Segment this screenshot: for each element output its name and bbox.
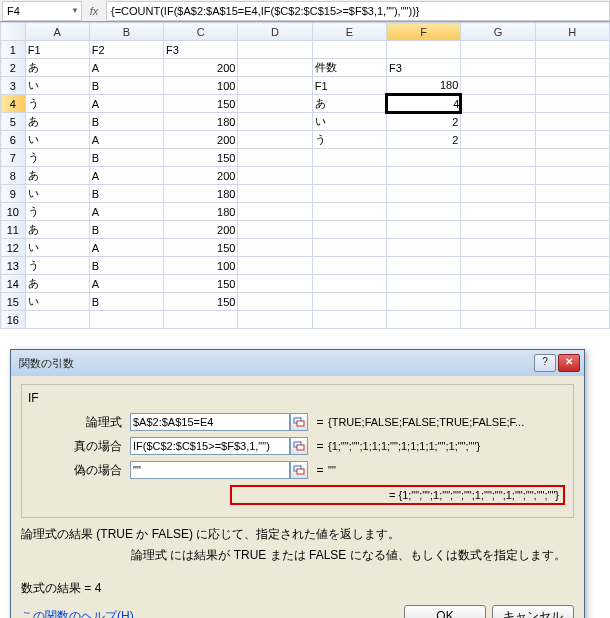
- cell[interactable]: [461, 167, 535, 185]
- cell[interactable]: [238, 257, 312, 275]
- cell[interactable]: [312, 275, 386, 293]
- row-header[interactable]: 7: [1, 149, 26, 167]
- cell[interactable]: い: [25, 77, 89, 95]
- row-header[interactable]: 10: [1, 203, 26, 221]
- cell[interactable]: [312, 149, 386, 167]
- cell[interactable]: [461, 185, 535, 203]
- row-header[interactable]: 13: [1, 257, 26, 275]
- cell[interactable]: 4: [387, 95, 461, 113]
- collapse-dialog-icon[interactable]: [290, 437, 308, 455]
- cell[interactable]: A: [89, 203, 163, 221]
- cell[interactable]: [238, 275, 312, 293]
- cell[interactable]: い: [25, 185, 89, 203]
- cell[interactable]: 200: [164, 167, 238, 185]
- cell[interactable]: B: [89, 149, 163, 167]
- cell[interactable]: [312, 167, 386, 185]
- cell[interactable]: A: [89, 275, 163, 293]
- cell[interactable]: [461, 239, 535, 257]
- cell[interactable]: 180: [164, 185, 238, 203]
- col-header-F[interactable]: F: [387, 23, 461, 41]
- cell[interactable]: [238, 149, 312, 167]
- cell[interactable]: 200: [164, 59, 238, 77]
- cell[interactable]: 2: [387, 113, 461, 131]
- cell[interactable]: あ: [312, 95, 386, 113]
- cell[interactable]: [461, 95, 535, 113]
- cell[interactable]: [535, 203, 609, 221]
- cell[interactable]: [535, 311, 609, 329]
- cell[interactable]: [461, 311, 535, 329]
- cell[interactable]: 2: [387, 131, 461, 149]
- row-header[interactable]: 5: [1, 113, 26, 131]
- cell[interactable]: [238, 239, 312, 257]
- cell[interactable]: 180: [387, 77, 461, 95]
- cell[interactable]: [238, 59, 312, 77]
- cell[interactable]: [461, 221, 535, 239]
- arg-input-1[interactable]: [130, 437, 290, 455]
- cell[interactable]: う: [25, 95, 89, 113]
- row-header[interactable]: 16: [1, 311, 26, 329]
- cell[interactable]: [238, 113, 312, 131]
- row-header[interactable]: 2: [1, 59, 26, 77]
- cell[interactable]: [238, 41, 312, 59]
- cell[interactable]: [89, 311, 163, 329]
- col-header-D[interactable]: D: [238, 23, 312, 41]
- cell[interactable]: [535, 257, 609, 275]
- cell[interactable]: 150: [164, 275, 238, 293]
- cancel-button[interactable]: キャンセル: [492, 605, 574, 618]
- collapse-dialog-icon[interactable]: [290, 413, 308, 431]
- cell[interactable]: [461, 257, 535, 275]
- cell[interactable]: い: [25, 131, 89, 149]
- cell[interactable]: 150: [164, 95, 238, 113]
- cell[interactable]: [535, 59, 609, 77]
- cell[interactable]: う: [25, 149, 89, 167]
- cell[interactable]: [461, 41, 535, 59]
- cell[interactable]: [238, 221, 312, 239]
- cell[interactable]: [535, 113, 609, 131]
- arg-input-0[interactable]: [130, 413, 290, 431]
- cell[interactable]: [535, 221, 609, 239]
- cell[interactable]: 200: [164, 131, 238, 149]
- cell[interactable]: [535, 95, 609, 113]
- cell[interactable]: 150: [164, 239, 238, 257]
- cell[interactable]: あ: [25, 275, 89, 293]
- cell[interactable]: [312, 293, 386, 311]
- cell[interactable]: あ: [25, 221, 89, 239]
- col-header-C[interactable]: C: [164, 23, 238, 41]
- row-header[interactable]: 8: [1, 167, 26, 185]
- cell[interactable]: い: [25, 293, 89, 311]
- cell[interactable]: [387, 41, 461, 59]
- cell[interactable]: [535, 77, 609, 95]
- cell[interactable]: [535, 167, 609, 185]
- row-header[interactable]: 15: [1, 293, 26, 311]
- cell[interactable]: 100: [164, 77, 238, 95]
- collapse-dialog-icon[interactable]: [290, 461, 308, 479]
- row-header[interactable]: 6: [1, 131, 26, 149]
- cell[interactable]: [387, 149, 461, 167]
- cell[interactable]: [25, 311, 89, 329]
- cell[interactable]: [312, 257, 386, 275]
- cell[interactable]: [535, 275, 609, 293]
- cell[interactable]: F1: [312, 77, 386, 95]
- cell[interactable]: 150: [164, 149, 238, 167]
- cell[interactable]: [238, 203, 312, 221]
- cell[interactable]: F1: [25, 41, 89, 59]
- cell[interactable]: [535, 185, 609, 203]
- cell[interactable]: A: [89, 239, 163, 257]
- cell[interactable]: あ: [25, 167, 89, 185]
- spreadsheet-grid[interactable]: ABCDEFGH 1F1F2F32あA200件数F33いB100F11804うA…: [0, 22, 610, 329]
- cell[interactable]: [461, 113, 535, 131]
- cell[interactable]: [238, 293, 312, 311]
- row-header[interactable]: 4: [1, 95, 26, 113]
- cell[interactable]: A: [89, 95, 163, 113]
- cell[interactable]: A: [89, 131, 163, 149]
- row-header[interactable]: 3: [1, 77, 26, 95]
- cell[interactable]: F2: [89, 41, 163, 59]
- row-header[interactable]: 12: [1, 239, 26, 257]
- cell[interactable]: [461, 203, 535, 221]
- cell[interactable]: [461, 275, 535, 293]
- cell[interactable]: [535, 293, 609, 311]
- chevron-down-icon[interactable]: ▼: [71, 6, 79, 15]
- cell[interactable]: [238, 167, 312, 185]
- cell[interactable]: [535, 239, 609, 257]
- cell[interactable]: [238, 311, 312, 329]
